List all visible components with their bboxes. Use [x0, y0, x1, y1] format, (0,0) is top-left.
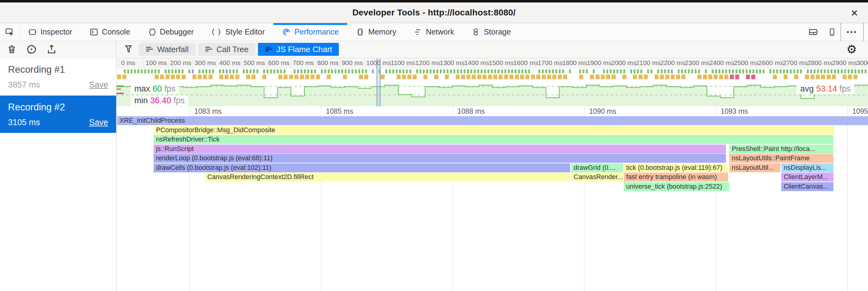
overview-marker-dash	[542, 69, 544, 73]
tab-inspector[interactable]: Inspector	[20, 23, 81, 41]
overview-marker-dash	[443, 69, 445, 73]
tab-network[interactable]: Network	[405, 23, 463, 41]
overview-markers[interactable]	[117, 68, 868, 81]
overview-marker-dash	[657, 69, 659, 73]
settings-button[interactable]: ⚙	[846, 43, 857, 55]
flame-frame[interactable]: CanvasRender...	[571, 173, 623, 182]
recording-save-link[interactable]: Save	[89, 80, 108, 90]
overview-marker-dash	[160, 75, 164, 79]
overview-marker-dash	[456, 75, 460, 79]
recording-save-link[interactable]: Save	[89, 118, 108, 127]
overview-marker-dash	[613, 69, 615, 73]
flame-frame[interactable]: renderLoop (0.bootstrap.js (eval:68):11)	[154, 154, 726, 163]
overview-marker-dash	[703, 75, 707, 79]
ruler-tick: 2800 ms	[805, 58, 830, 68]
dock-side-button[interactable]: ▾	[804, 23, 823, 41]
flame-frame[interactable]: ClientLayerM...	[781, 173, 833, 182]
overview-ruler[interactable]: 0 ms100 ms200 ms300 ms400 ms500 ms600 ms…	[117, 58, 868, 68]
framerate-curve	[117, 81, 868, 106]
overview-marker-dash	[355, 69, 357, 73]
flame-frame[interactable]: CanvasRenderingContext2D.fillRect	[205, 173, 570, 182]
tab-performance[interactable]: Performance	[273, 23, 347, 41]
overview-marker-dash	[294, 69, 296, 73]
overview-marker-dash	[402, 75, 406, 79]
overview-marker-dash	[698, 75, 702, 79]
flame-frame[interactable]: nsLayoutUtils::PaintFrame	[729, 154, 833, 163]
ruler-tick: 0 ms	[119, 58, 143, 68]
overview-marker-dash	[246, 69, 248, 73]
overview-marker-dash	[547, 75, 551, 79]
overview-marker-dash	[301, 69, 302, 73]
ruler-tick: 900 ms	[339, 58, 364, 68]
ruler-tick: 800 ms	[315, 58, 339, 68]
close-button[interactable]: ✕	[848, 7, 861, 19]
overview-marker-dash	[324, 69, 326, 73]
view-button-label: Call Tree	[217, 45, 249, 54]
overview-marker-dash	[396, 69, 398, 73]
overview-marker-dash	[348, 69, 350, 73]
flame-frame[interactable]: universe_tick (bootstrap.js:2522)	[624, 182, 729, 191]
overview-marker-dash	[861, 69, 863, 73]
overview-marker-dash	[407, 75, 411, 79]
overview-marker-dash	[620, 69, 622, 73]
overview-marker-dash	[783, 69, 785, 73]
recordings-sidebar: Recording #1 3857 ms SaveRecording #2 31…	[0, 41, 117, 291]
flame-frame[interactable]: tick (0.bootstrap.js (eval:119):67)	[624, 163, 728, 172]
overview-marker-dash	[284, 69, 285, 73]
flame-frame[interactable]: drawCells (0.bootstrap.js (eval:102):11)	[154, 163, 570, 172]
flame-frame[interactable]: fast entry trampoline (in wasm)	[624, 173, 728, 182]
flame-frame[interactable]: nsLayoutUtil...	[729, 163, 780, 172]
flame-frame[interactable]: drawGrid (0....	[571, 163, 623, 172]
overview-marker-dash	[345, 69, 347, 73]
responsive-design-button[interactable]	[823, 23, 840, 41]
ruler-tick: 2600 ms	[756, 58, 781, 68]
tab-label: Network	[426, 28, 455, 36]
tab-console[interactable]: Console	[81, 23, 139, 41]
node-picker-button[interactable]	[0, 23, 19, 41]
view-button-call-tree[interactable]: Call Tree	[198, 43, 255, 56]
flame-frame[interactable]: PresShell::Paint http://loca...	[729, 145, 833, 153]
tab-storage[interactable]: Storage	[463, 23, 520, 41]
tab-memory[interactable]: Memory	[347, 23, 405, 41]
trash-icon	[7, 44, 17, 54]
overview-selection-handle[interactable]	[376, 59, 380, 106]
flame-frame[interactable]: nsRefreshDriver::Tick	[154, 135, 833, 144]
devtools-tabbar: InspectorConsoleDebuggerStyle EditorPerf…	[0, 23, 868, 41]
view-button-waterfall[interactable]: Waterfall	[139, 43, 195, 56]
overview-marker-dash	[563, 75, 567, 79]
record-button[interactable]	[26, 44, 37, 55]
clear-recordings-button[interactable]	[7, 44, 17, 54]
flame-frame[interactable]: nsDisplayLis...	[781, 163, 833, 172]
overview-marker-dash	[263, 69, 265, 73]
overview-marker-dash	[749, 69, 751, 73]
overview-marker-dash	[250, 69, 251, 73]
overview-marker-dash	[751, 75, 755, 79]
import-recording-button[interactable]	[46, 44, 57, 54]
tab-debugger[interactable]: Debugger	[139, 23, 203, 41]
flame-frame[interactable]: ClientCanvas...	[781, 182, 833, 191]
ruler-tick: 2500 ms	[732, 58, 756, 68]
flame-frame[interactable]: js::RunScript	[154, 145, 726, 153]
overview-marker-dash	[722, 69, 724, 73]
view-button-js-flame-chart[interactable]: JS Flame Chart	[258, 43, 339, 56]
filter-button[interactable]	[117, 44, 139, 54]
framerate-graph[interactable]: max60fps min36.40fps avg53.14fps	[117, 81, 868, 106]
meatball-menu-button[interactable]: •••	[840, 23, 864, 41]
ruler-tick: 1700 ms	[536, 58, 560, 68]
ruler-tick: 1800 ms	[560, 58, 584, 68]
tab-styleeditor[interactable]: Style Editor	[202, 23, 273, 41]
ruler-tick: 100 ms	[143, 58, 168, 68]
overview-marker-dash	[493, 75, 497, 79]
recording-item-1[interactable]: Recording #1 3857 ms Save	[0, 58, 116, 96]
recording-title: Recording #2	[8, 102, 108, 113]
overview-marker-dash	[300, 75, 304, 79]
recording-item-2[interactable]: Recording #2 3105 ms Save	[0, 96, 116, 133]
overview-marker-dash	[450, 69, 452, 73]
overview-marker-dash	[712, 69, 714, 73]
flame-chart[interactable]: 1083 ms1085 ms1088 ms1090 ms1093 ms1095X…	[117, 106, 868, 291]
flame-time-label: 1085 ms	[326, 107, 353, 116]
flame-frame[interactable]: PCompositorBridge::Msg_DidComposite	[154, 126, 834, 135]
overview-marker-dash	[243, 69, 245, 73]
overview-marker-dash	[622, 75, 626, 79]
flame-frame[interactable]: XRE_InitChildProcess	[117, 116, 868, 125]
